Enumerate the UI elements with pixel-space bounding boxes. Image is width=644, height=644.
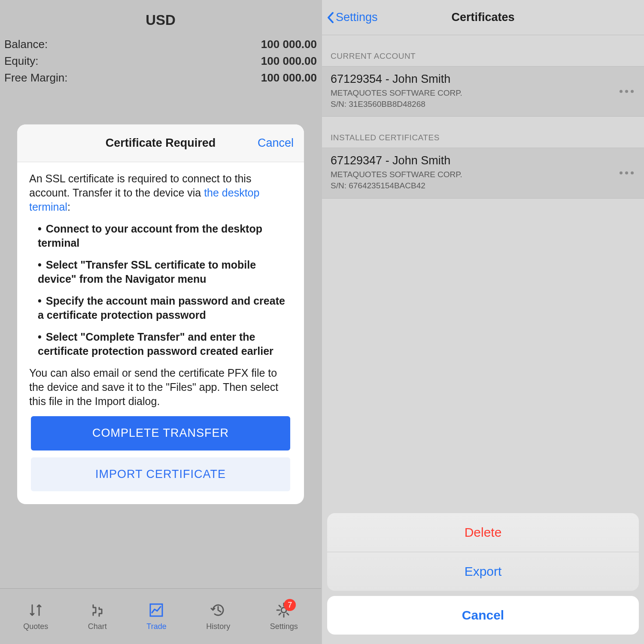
cert2-company: METAQUOTES SOFTWARE CORP.: [331, 169, 635, 180]
tab-trade-label: Trade: [146, 622, 166, 631]
cert2-sn: S/N: 6764235154BACB42: [331, 180, 635, 191]
sheet-body: An SSL certificate is required to connec…: [17, 162, 304, 504]
chart-icon: [89, 602, 106, 619]
nav-title: Certificates: [451, 11, 514, 24]
currency-label: USD: [0, 12, 321, 28]
cancel-button[interactable]: Cancel: [327, 596, 639, 635]
complete-transfer-button[interactable]: COMPLETE TRANSFER: [31, 416, 290, 450]
chevron-left-icon: [326, 11, 335, 24]
trade-screen: USD Balance: 100 000.00 Equity: 100 000.…: [0, 0, 322, 644]
cert2-title: 67129347 - John Smith: [331, 154, 635, 167]
export-button[interactable]: Export: [327, 552, 639, 591]
action-group: Delete Export: [327, 513, 639, 591]
freemargin-row: Free Margin: 100 000.00: [4, 70, 317, 86]
equity-row: Equity: 100 000.00: [4, 53, 317, 70]
installed-cert-row[interactable]: 67129347 - John Smith METAQUOTES SOFTWAR…: [322, 148, 644, 198]
tab-settings[interactable]: 7 Settings: [270, 602, 298, 631]
tab-quotes[interactable]: Quotes: [23, 602, 48, 631]
section-installed-certs: INSTALLED CERTIFICATES: [322, 117, 644, 148]
sheet-cancel-button[interactable]: Cancel: [258, 136, 294, 150]
sheet-title: Certificate Required: [106, 136, 216, 149]
trade-stats: Balance: 100 000.00 Equity: 100 000.00 F…: [0, 36, 321, 86]
tab-chart[interactable]: Chart: [88, 602, 107, 631]
tab-history-label: History: [206, 622, 230, 631]
section-current-account: CURRENT ACCOUNT: [322, 35, 644, 66]
current-account-cert-row[interactable]: 67129354 - John Smith METAQUOTES SOFTWAR…: [322, 66, 644, 117]
sheet-p1: An SSL certificate is required to connec…: [29, 172, 292, 214]
cert1-more-icon[interactable]: [620, 90, 634, 93]
sheet-bullets: Connect to your account from the desktop…: [29, 222, 292, 358]
nav-back-label: Settings: [336, 11, 378, 24]
sheet-bullet-4: Select "Complete Transfer" and enter the…: [38, 330, 292, 358]
cert2-more-icon[interactable]: [620, 172, 634, 175]
cert1-company: METAQUOTES SOFTWARE CORP.: [331, 88, 635, 99]
trade-icon: [148, 602, 165, 619]
sheet-p2: You can also email or send the certifica…: [29, 366, 292, 408]
certificate-required-sheet: Certificate Required Cancel An SSL certi…: [17, 124, 304, 504]
navbar: Settings Certificates: [322, 0, 644, 35]
balance-row: Balance: 100 000.00: [4, 36, 317, 53]
sheet-bullet-3: Specify the account main password and cr…: [38, 294, 292, 322]
freemargin-value: 100 000.00: [261, 71, 317, 85]
history-icon: [210, 602, 227, 619]
balance-value: 100 000.00: [261, 38, 317, 51]
quotes-icon: [27, 602, 44, 619]
import-certificate-button[interactable]: IMPORT CERTIFICATE: [31, 457, 290, 492]
tab-trade[interactable]: Trade: [146, 602, 166, 631]
equity-value: 100 000.00: [261, 54, 317, 68]
settings-icon: 7: [275, 602, 292, 619]
delete-button[interactable]: Delete: [327, 513, 639, 552]
action-sheet: Delete Export Cancel: [327, 513, 639, 635]
cert1-title: 67129354 - John Smith: [331, 73, 635, 86]
sheet-bullet-1: Connect to your account from the desktop…: [38, 222, 292, 250]
freemargin-label: Free Margin:: [4, 71, 67, 85]
trade-header: USD: [0, 0, 321, 36]
tab-settings-label: Settings: [270, 622, 298, 631]
certificates-screen: Settings Certificates CURRENT ACCOUNT 67…: [322, 0, 644, 644]
settings-badge: 7: [284, 599, 296, 611]
sheet-header: Certificate Required Cancel: [17, 124, 304, 162]
tab-chart-label: Chart: [88, 622, 107, 631]
nav-back-button[interactable]: Settings: [326, 11, 378, 24]
sheet-buttons: COMPLETE TRANSFER IMPORT CERTIFICATE: [29, 416, 292, 491]
tabbar: Quotes Chart Trade History 7 Setting: [0, 588, 321, 644]
balance-label: Balance:: [4, 38, 48, 51]
equity-label: Equity:: [4, 54, 39, 68]
tab-history[interactable]: History: [206, 602, 230, 631]
tab-quotes-label: Quotes: [23, 622, 48, 631]
cert1-sn: S/N: 31E3560BB8D48268: [331, 99, 635, 110]
sheet-bullet-2: Select "Transfer SSL certificate to mobi…: [38, 258, 292, 286]
